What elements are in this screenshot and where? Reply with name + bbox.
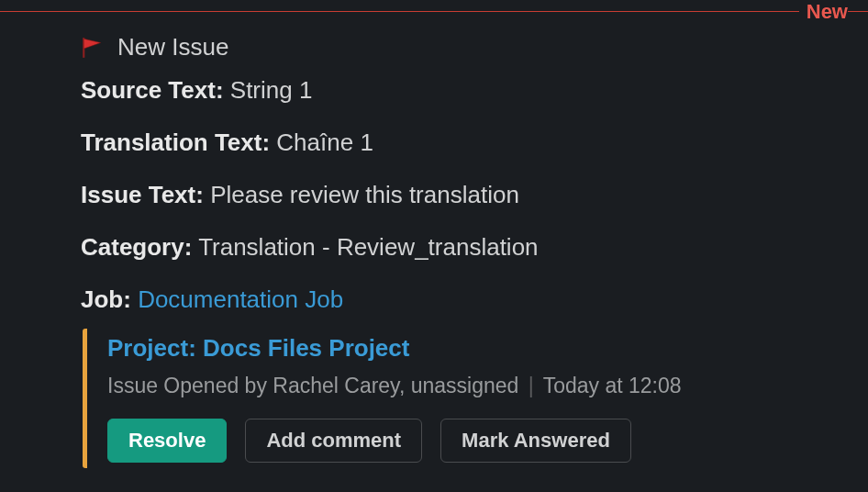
issue-title: New Issue [117,33,228,62]
source-text-row: Source Text: String 1 [81,74,868,106]
translation-text-row: Translation Text: Chaîne 1 [81,127,868,159]
opened-by-text: Issue Opened by Rachel Carey, unassigned [107,374,518,397]
add-comment-button[interactable]: Add comment [245,419,422,463]
divider-label: New [799,0,848,24]
job-link[interactable]: Documentation Job [138,285,343,313]
translation-text-label: Translation Text: [81,129,270,156]
meta-separator: | [529,374,534,397]
issue-title-row: New Issue [81,33,868,62]
issue-text-label: Issue Text: [81,181,204,208]
job-row: Job: Documentation Job [81,284,868,316]
category-row: Category: Translation - Review_translati… [81,231,868,263]
timestamp-text: Today at 12:08 [543,374,682,397]
mark-answered-button[interactable]: Mark Answered [440,419,631,463]
action-buttons: Resolve Add comment Mark Answered [107,419,868,463]
category-label: Category: [81,233,192,261]
source-text-value: String 1 [230,76,313,104]
divider-line [0,11,868,12]
issue-meta: Issue Opened by Rachel Carey, unassigned… [107,374,868,398]
job-label: Job: [81,285,131,313]
issue-text-row: Issue Text: Please review this translati… [81,179,868,211]
resolve-button[interactable]: Resolve [107,419,227,463]
attachment-block: Project: Docs Files Project Issue Opened… [83,329,868,468]
category-value: Translation - Review_translation [198,233,538,261]
source-text-label: Source Text: [81,76,224,104]
issue-text-value: Please review this translation [210,181,519,208]
project-link[interactable]: Project: Docs Files Project [107,334,409,363]
flag-icon [81,36,105,60]
translation-text-value: Chaîne 1 [276,129,373,156]
new-messages-divider: New [0,0,868,24]
